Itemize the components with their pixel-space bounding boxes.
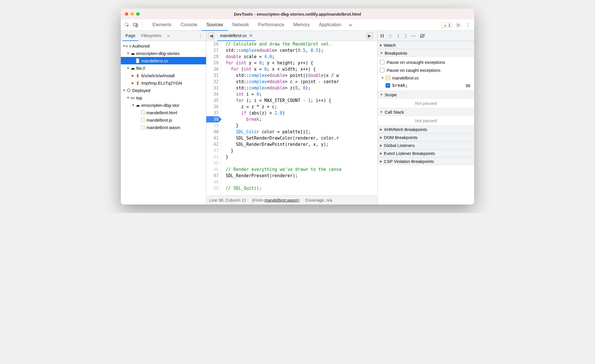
sidebar-kebab-icon[interactable]: ⋮ bbox=[196, 32, 204, 40]
code-line[interactable]: for (; i < MAX_ITER_COUNT - 1; i++) { bbox=[226, 97, 377, 104]
close-tab-icon[interactable]: ✕ bbox=[249, 33, 253, 38]
settings-gear-icon[interactable] bbox=[454, 21, 462, 29]
checkbox-checked-icon[interactable]: ✓ bbox=[386, 83, 390, 88]
gutter-line[interactable]: 48 bbox=[206, 179, 219, 185]
code-line[interactable]: SDL_RenderPresent(renderer); bbox=[226, 173, 377, 179]
tab-application[interactable]: Application bbox=[314, 19, 346, 31]
tab-performance[interactable]: Performance bbox=[254, 19, 289, 31]
warnings-badge[interactable]: ▲ 1 bbox=[441, 22, 453, 28]
tab-filesystem[interactable]: Filesystem bbox=[138, 31, 164, 41]
section-xhr[interactable]: ▶XHR/fetch Breakpoints bbox=[378, 125, 474, 133]
tree-authored[interactable]: ▼< >Authored bbox=[121, 42, 206, 50]
checkbox-icon[interactable] bbox=[380, 60, 384, 64]
gutter-line[interactable]: 45 bbox=[206, 160, 219, 166]
pause-caught-checkbox[interactable]: Pause on caught exceptions bbox=[380, 66, 472, 74]
code-line[interactable]: z = z * z + c; bbox=[226, 104, 377, 110]
code-line[interactable]: std::complex<double> point((double)x / w bbox=[226, 72, 377, 79]
source-link[interactable]: mandelbrot.wasm bbox=[264, 198, 298, 203]
code-line[interactable] bbox=[226, 179, 377, 185]
more-tabs-chevron-icon[interactable]: » bbox=[346, 21, 354, 29]
section-breakpoints[interactable]: ▼Breakpoints bbox=[378, 49, 474, 57]
gutter-line[interactable]: 38 bbox=[206, 116, 219, 122]
tree-site-authored[interactable]: ▼☁emscripten-dbg-stories bbox=[121, 50, 206, 57]
code-line[interactable]: std::complex<double> z(0, 0); bbox=[226, 85, 377, 91]
gutter-line[interactable]: 33 bbox=[206, 85, 219, 91]
tree-site-deployed[interactable]: ▼☁emscripten-dbg-stor bbox=[121, 101, 206, 109]
code-line[interactable]: // Render everything we've drawn to the … bbox=[226, 166, 377, 173]
tab-console[interactable]: Console bbox=[176, 19, 202, 31]
code-line[interactable]: break; bbox=[226, 116, 377, 122]
gutter-line[interactable]: 26 bbox=[206, 41, 219, 47]
section-scope[interactable]: ▼Scope bbox=[378, 91, 474, 99]
tree-file-mandelbrot-cc[interactable]: mandelbrot.cc bbox=[121, 57, 206, 64]
checkbox-icon[interactable] bbox=[380, 68, 384, 72]
tree-top[interactable]: ▼▭top bbox=[121, 94, 206, 101]
tree-folder-tmp[interactable]: ▶▮tmp/tmp.ELcTq2YGN bbox=[121, 79, 206, 87]
gutter-line[interactable]: 29 bbox=[206, 60, 219, 66]
tab-page[interactable]: Page bbox=[123, 31, 138, 41]
code-line[interactable]: SDL_SetRenderDrawColor(renderer, color.r bbox=[226, 135, 377, 141]
code-line[interactable]: std::complex<double> center(0.5, 0.5); bbox=[226, 47, 377, 54]
step-over-icon[interactable] bbox=[388, 34, 393, 38]
breakpoint-entry[interactable]: ✓ break; 38 bbox=[380, 81, 472, 89]
gutter-line[interactable]: 35 bbox=[206, 97, 219, 104]
section-dom[interactable]: ▶DOM Breakpoints bbox=[378, 133, 474, 141]
more-sidebar-tabs-icon[interactable]: » bbox=[164, 31, 172, 41]
gutter-line[interactable]: 44 bbox=[206, 154, 219, 160]
tab-elements[interactable]: Elements bbox=[148, 19, 176, 31]
tree-file-js[interactable]: mandelbrot.js bbox=[121, 116, 206, 124]
code-line[interactable]: } bbox=[226, 148, 377, 154]
code-line[interactable]: // SDL_Quit(); bbox=[226, 185, 377, 191]
tab-memory[interactable]: Memory bbox=[289, 19, 314, 31]
code-line[interactable] bbox=[226, 160, 377, 166]
tab-sources[interactable]: Sources bbox=[202, 19, 228, 31]
kebab-menu-icon[interactable]: ⋮ bbox=[464, 21, 472, 29]
editor-tab-mandelbrot[interactable]: mandelbrot.cc ✕ bbox=[217, 31, 256, 41]
section-watch[interactable]: ▶Watch bbox=[378, 41, 474, 49]
gutter-line[interactable]: 46 bbox=[206, 166, 219, 173]
gutter-line[interactable]: 43 bbox=[206, 148, 219, 154]
tree-file-proto[interactable]: ▼☁file:// bbox=[121, 64, 206, 72]
gutter-line[interactable]: 49 bbox=[206, 185, 219, 191]
code-line[interactable]: if (abs(z) > 2.0) bbox=[226, 110, 377, 116]
tree-deployed[interactable]: ▼⬡Deployed bbox=[121, 87, 206, 94]
gutter-line[interactable]: 41 bbox=[206, 135, 219, 141]
code-line[interactable]: double scale = 4.0; bbox=[226, 54, 377, 60]
code-line[interactable]: // Calculate and draw the Mandelbrot set… bbox=[226, 41, 377, 47]
step-into-icon[interactable] bbox=[396, 34, 400, 38]
step-out-icon[interactable] bbox=[404, 34, 408, 38]
code-line[interactable]: SDL_Color color = palette[i]; bbox=[226, 129, 377, 135]
step-icon[interactable] bbox=[411, 34, 416, 38]
line-gutter[interactable]: 2627282930313233343536373839404142434445… bbox=[206, 41, 221, 195]
inspect-icon[interactable] bbox=[123, 21, 131, 29]
close-window-button[interactable] bbox=[125, 12, 128, 16]
collapse-right-icon[interactable]: ▶ bbox=[366, 33, 373, 39]
gutter-line[interactable]: 28 bbox=[206, 54, 219, 60]
gutter-line[interactable]: 36 bbox=[206, 104, 219, 110]
section-global[interactable]: ▶Global Listeners bbox=[378, 141, 474, 149]
tab-network[interactable]: Network bbox=[228, 19, 254, 31]
minimize-window-button[interactable] bbox=[131, 12, 134, 16]
gutter-line[interactable]: 32 bbox=[206, 79, 219, 85]
pause-icon[interactable] bbox=[380, 34, 384, 38]
code-line[interactable]: } bbox=[226, 122, 377, 129]
maximize-window-button[interactable] bbox=[136, 12, 140, 16]
code-line[interactable]: int i = 0; bbox=[226, 91, 377, 97]
gutter-line[interactable]: 42 bbox=[206, 141, 219, 148]
collapse-left-icon[interactable]: ◀ bbox=[208, 33, 214, 39]
gutter-line[interactable]: 37 bbox=[206, 110, 219, 116]
section-csp[interactable]: ▶CSP Violation Breakpoints bbox=[378, 157, 474, 165]
gutter-line[interactable]: 47 bbox=[206, 173, 219, 179]
pause-uncaught-checkbox[interactable]: Pause on uncaught exceptions bbox=[380, 58, 472, 66]
deactivate-breakpoints-icon[interactable] bbox=[420, 34, 425, 38]
gutter-line[interactable]: 40 bbox=[206, 129, 219, 135]
tree-file-html[interactable]: mandelbrot.html bbox=[121, 109, 206, 116]
breakpoint-file[interactable]: ▼ <> mandelbrot.cc bbox=[380, 74, 472, 81]
code-area[interactable]: 2627282930313233343536373839404142434445… bbox=[206, 41, 377, 195]
code-line[interactable]: SDL_RenderDrawPoint(renderer, x, y); bbox=[226, 141, 377, 148]
code-line[interactable]: } bbox=[226, 154, 377, 160]
gutter-line[interactable]: 30 bbox=[206, 66, 219, 72]
tree-folder-install[interactable]: ▶▮b/s/w/ir/x/w/install bbox=[121, 72, 206, 79]
gutter-line[interactable]: 27 bbox=[206, 47, 219, 54]
gutter-line[interactable]: 34 bbox=[206, 91, 219, 97]
